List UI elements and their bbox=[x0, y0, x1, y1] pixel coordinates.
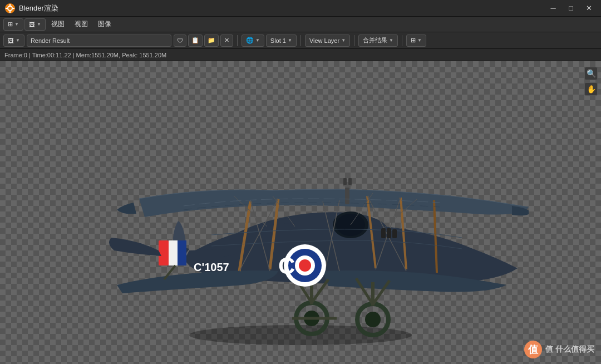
svg-rect-52 bbox=[387, 228, 391, 238]
slot-button[interactable]: Slot 1 ▼ bbox=[266, 35, 297, 47]
grid-icon: ⊞ bbox=[411, 37, 416, 44]
svg-point-48 bbox=[299, 259, 311, 272]
svg-rect-3 bbox=[9, 4, 11, 7]
menu-bar: ⊞ ▼ 🖼 ▼ 视图 视图 图像 bbox=[0, 17, 601, 32]
render-area[interactable]: C C'1057 🔍 ✋ 值 值 bbox=[0, 61, 601, 364]
close-icon: ✕ bbox=[224, 37, 229, 44]
separator-4 bbox=[402, 35, 402, 46]
slot-group: 🌐 ▼ Slot 1 ▼ bbox=[242, 35, 297, 47]
slot-label: Slot 1 bbox=[270, 37, 286, 44]
separator-2 bbox=[300, 35, 301, 46]
scene-arrow: ▼ bbox=[255, 38, 260, 43]
svg-rect-5 bbox=[6, 8, 8, 9]
svg-text:C: C bbox=[278, 253, 295, 279]
separator-3 bbox=[354, 35, 354, 46]
protect-button[interactable]: 🛡 bbox=[174, 35, 186, 47]
maximize-button[interactable]: □ bbox=[563, 2, 579, 14]
blender-logo-icon bbox=[4, 3, 16, 14]
svg-rect-53 bbox=[392, 229, 397, 238]
editor-type-button[interactable]: ⊞ ▼ bbox=[3, 18, 23, 31]
svg-rect-11 bbox=[178, 240, 186, 265]
view-layer-label: View Layer bbox=[309, 37, 339, 44]
image-picker-icon: 🖼 bbox=[8, 37, 14, 44]
watermark: 值 值 什么值得买 bbox=[524, 341, 594, 358]
watermark-text: 值 什么值得买 bbox=[545, 345, 594, 355]
plane-render: C C'1057 bbox=[0, 61, 601, 364]
globe-icon: 🌐 bbox=[246, 37, 254, 44]
svg-rect-31 bbox=[343, 178, 347, 185]
view-menu-arrow: ▼ bbox=[37, 22, 41, 27]
view-menu-icon-button[interactable]: 🖼 ▼ bbox=[24, 18, 46, 31]
svg-point-2 bbox=[8, 7, 12, 10]
svg-rect-4 bbox=[9, 10, 11, 13]
menu-item-image[interactable]: 图像 bbox=[93, 18, 116, 31]
shield-icon: 🛡 bbox=[177, 37, 183, 44]
svg-rect-6 bbox=[12, 8, 14, 9]
side-toolbar: 🔍 ✋ bbox=[584, 67, 598, 96]
image-icon: 🖼 bbox=[29, 21, 35, 28]
frame-info: Frame:0 | Time:00:11.22 | Mem:1551.20M, … bbox=[4, 52, 166, 58]
view-layer-button[interactable]: View Layer ▼ bbox=[305, 35, 350, 47]
image-picker-button[interactable]: 🖼 ▼ bbox=[3, 35, 24, 47]
title-left: Blender渲染 bbox=[4, 3, 58, 14]
menu-item-view2[interactable]: 视图 bbox=[70, 18, 92, 31]
minimize-button[interactable]: ─ bbox=[545, 2, 561, 14]
pan-button[interactable]: ✋ bbox=[584, 82, 598, 96]
channels-arrow: ▼ bbox=[417, 38, 422, 43]
zoom-icon: 🔍 bbox=[587, 69, 596, 78]
title-bar: Blender渲染 ─ □ ✕ bbox=[0, 0, 601, 17]
editor-type-arrow: ▼ bbox=[14, 22, 19, 27]
folder-icon: 📁 bbox=[208, 37, 215, 44]
copy-icon: 📋 bbox=[191, 37, 199, 44]
copy-button[interactable]: 📋 bbox=[188, 35, 203, 47]
svg-rect-9 bbox=[159, 240, 169, 265]
close-button[interactable]: ✕ bbox=[581, 2, 597, 14]
svg-rect-29 bbox=[345, 188, 349, 204]
title-controls: ─ □ ✕ bbox=[545, 2, 597, 14]
svg-text:C'1057: C'1057 bbox=[194, 261, 229, 273]
svg-point-40 bbox=[365, 312, 381, 327]
close-render-button[interactable]: ✕ bbox=[220, 35, 233, 47]
status-bar: Frame:0 | Time:00:11.22 | Mem:1551.20M, … bbox=[0, 49, 601, 61]
merge-arrow: ▼ bbox=[389, 38, 393, 43]
svg-rect-51 bbox=[381, 228, 386, 238]
toolbar: 🖼 ▼ Render Result 🛡 📋 📁 ✕ 🌐 ▼ Slot 1 ▼ bbox=[0, 32, 601, 49]
view-layer-arrow: ▼ bbox=[341, 38, 346, 43]
menu-item-view[interactable]: 视图 bbox=[47, 18, 69, 31]
svg-rect-32 bbox=[348, 178, 352, 185]
zoom-button[interactable]: 🔍 bbox=[584, 67, 598, 80]
separator-1 bbox=[237, 35, 238, 46]
svg-rect-10 bbox=[169, 240, 178, 265]
app-title: Blender渲染 bbox=[19, 3, 58, 13]
image-picker-group: 🖼 ▼ bbox=[3, 35, 24, 47]
render-result-label: Render Result bbox=[31, 37, 70, 44]
image-ops-group: 🛡 📋 📁 ✕ bbox=[174, 35, 233, 47]
pan-icon: ✋ bbox=[587, 85, 596, 94]
merge-label: 合并结果 bbox=[363, 36, 387, 45]
render-result-bar: Render Result bbox=[27, 35, 171, 47]
image-picker-arrow: ▼ bbox=[16, 38, 20, 43]
slot-arrow: ▼ bbox=[288, 38, 292, 43]
biplane-svg: C C'1057 bbox=[72, 79, 529, 346]
editor-type-icon: ⊞ bbox=[8, 21, 13, 28]
scene-button[interactable]: 🌐 ▼ bbox=[242, 35, 264, 47]
merge-button[interactable]: 合并结果 ▼ bbox=[358, 35, 398, 47]
channels-button[interactable]: ⊞ ▼ bbox=[406, 35, 426, 47]
folder-button[interactable]: 📁 bbox=[204, 35, 219, 47]
watermark-logo-icon: 值 bbox=[524, 341, 542, 358]
